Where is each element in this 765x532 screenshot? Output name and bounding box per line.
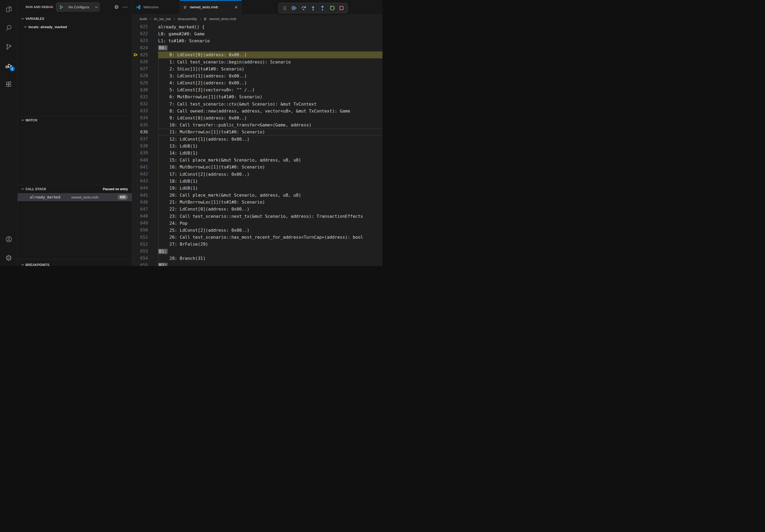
line-number-gutter[interactable]: 634 [132,115,158,121]
code-line-content[interactable]: 16: MutBorrowLoc[1](ts#1#0: Scenario) [158,164,382,171]
line-number-gutter[interactable]: 629 [132,80,158,87]
code-line-content[interactable]: 28: Branch(31) [158,255,382,262]
line-number-gutter[interactable]: 624 [132,45,158,51]
code-editor[interactable]: 621already_marked() {622L0: game#2#0: Ga… [132,23,382,266]
code-line-content[interactable]: 8: Call owned::new(address, address, vec… [158,108,382,115]
restart-button[interactable] [329,5,336,12]
line-number-gutter[interactable]: 638 [132,142,158,149]
line-number-gutter[interactable]: 639 [132,149,158,156]
call-stack-section-header[interactable]: CALL STACK Paused on entry [18,185,132,193]
line-number-gutter[interactable]: 649 [132,220,158,227]
code-line-content[interactable]: 2: StLoc[1](ts#1#0: Scenario) [158,65,382,72]
line-number-gutter[interactable]: 628 [132,72,158,79]
step-into-button[interactable] [310,5,317,12]
code-line-content[interactable]: 18: LdU8(1) [158,177,382,184]
line-number-gutter[interactable]: 622 [132,30,158,37]
code-line-content[interactable]: 1: Call test_scenario::begin(address): S… [158,58,382,65]
code-line-content[interactable]: 21: MutBorrowLoc[1](ts#1#0: Scenario) [158,199,382,206]
line-number-gutter[interactable]: 646 [132,199,158,206]
line-number-gutter[interactable]: 644 [132,184,158,191]
code-line-content[interactable]: 10: Call transfer::public_transfer<Game>… [158,122,382,129]
activity-item-extensions[interactable] [2,78,15,91]
line-number-gutter[interactable]: 623 [132,37,158,44]
code-line-content[interactable]: 13: LdU8(1) [158,142,382,149]
line-number-gutter[interactable]: 633 [132,108,158,115]
code-line-content[interactable]: 9: LdConst[0](address: 0x00..) [158,115,382,121]
code-line-content[interactable]: already_marked() { [158,23,382,30]
tab-owned-tests-mvb[interactable]: owned_tests.mvb [180,0,242,14]
line-number-gutter[interactable]: 637 [132,135,158,142]
line-number-gutter[interactable]: 640 [132,157,158,164]
debug-config-dropdown[interactable]: No Configura [56,2,100,12]
tab-welcome[interactable]: Welcome [132,0,180,14]
breadcrumb-item[interactable]: build [139,17,148,21]
activity-item-search[interactable] [2,21,15,34]
line-number-gutter[interactable]: 647 [132,206,158,213]
line-number-gutter[interactable]: 635 [132,122,158,129]
gear-icon[interactable]: ⚙ [114,5,119,10]
breadcrumb-item[interactable]: disassembly [177,17,198,21]
line-number-gutter[interactable]: 651 [132,234,158,241]
activity-item-source-control[interactable] [2,40,15,53]
code-line-content[interactable]: 22: LdConst[0](address: 0x00..) [158,206,382,213]
line-number-gutter[interactable]: 621 [132,23,158,30]
activity-item-run-and-debug[interactable]: 1 [2,59,15,72]
line-number-gutter[interactable]: 653 [132,248,158,255]
line-number-gutter[interactable]: 654 [132,255,158,262]
watch-section-header[interactable]: WATCH [18,117,132,124]
code-line-content[interactable]: 17: LdConst[2](address: 0x00..) [158,171,382,177]
code-line-content[interactable]: B2: [158,262,382,266]
code-line-content[interactable]: B1: [158,248,382,255]
line-number-gutter[interactable]: 642 [132,171,158,177]
code-line-content[interactable]: 12: LdConst[1](address: 0x00..) [158,135,382,142]
line-number-gutter[interactable]: 652 [132,241,158,248]
variables-section-header[interactable]: VARIABLES [18,15,132,22]
code-line-content[interactable]: 19: LdU8(1) [158,184,382,191]
line-number-gutter[interactable]: 626 [132,58,158,65]
code-line-content[interactable]: L1: ts#1#0: Scenario [158,37,382,44]
code-line-content[interactable]: 4: LdConst[2](address: 0x00..) [158,80,382,87]
step-out-button[interactable] [319,5,326,12]
code-line-content[interactable]: 24: Pop [158,220,382,227]
code-line-content[interactable]: 7: Call test_scenario::ctx(&mut Scenario… [158,101,382,108]
line-number-gutter[interactable]: 632 [132,101,158,108]
code-line-content[interactable]: 15: Call place_mark(&mut Scenario, addre… [158,157,382,164]
line-number-gutter[interactable]: 648 [132,213,158,220]
code-line-content[interactable]: 3: LdConst[1](address: 0x00..) [158,72,382,79]
code-line-content[interactable]: 6: MutBorrowLoc[1](ts#1#0: Scenario) [158,94,382,101]
code-line-content[interactable]: 5: LdConst[3](vector<u8>: "" /..) [158,87,382,94]
variables-scope-locals[interactable]: locals: already_marked [18,23,132,30]
drag-handle-button[interactable] [281,5,288,12]
line-number-gutter[interactable]: 627 [132,65,158,72]
line-number-gutter[interactable]: 641 [132,164,158,171]
line-number-gutter[interactable]: 645 [132,192,158,199]
code-line-content[interactable]: 26: Call test_scenario::has_most_recent_… [158,234,382,241]
activity-item-manage[interactable]: ⚙ [2,252,15,264]
continue-button[interactable] [291,5,298,12]
call-stack-frame[interactable]: already_markedowned_tests.mvb625 [18,193,132,201]
line-number-gutter[interactable]: 655 [132,262,158,266]
line-number-gutter[interactable]: 643 [132,177,158,184]
code-line-content[interactable]: L0: game#2#0: Game [158,30,382,37]
activity-item-accounts[interactable] [2,233,15,246]
line-number-gutter[interactable]: 650 [132,227,158,234]
code-line-content[interactable]: B0: [158,45,382,51]
activity-item-explorer[interactable] [2,3,15,16]
line-number-gutter[interactable]: 631 [132,94,158,101]
more-actions-icon[interactable]: ⋯ [123,4,128,10]
code-line-content[interactable]: 23: Call test_scenario::next_tx(&mut Sce… [158,213,382,220]
step-over-button[interactable] [300,5,307,12]
code-line-content[interactable]: 0: LdConst[0](address: 0x00..) [158,51,382,58]
code-line-content[interactable]: 14: LdU8(1) [158,149,382,156]
breadcrumb-file[interactable]: owned_tests.mvb [203,17,236,21]
line-number-gutter[interactable]: 625 [132,51,158,58]
stop-button[interactable] [338,5,345,12]
breadcrumb-item[interactable]: tic_tac_toe [153,17,172,21]
code-line-content[interactable]: 27: BrFalse(29) [158,241,382,248]
breakpoints-section-header[interactable]: BREAKPOINTS [18,261,132,266]
code-line-content[interactable]: 11: MutBorrowLoc[1](ts#1#0: Scenario) [158,129,382,135]
code-line-content[interactable]: 25: LdConst[2](address: 0x00..) [158,227,382,234]
start-debug-icon[interactable] [56,3,67,11]
line-number-gutter[interactable]: 630 [132,87,158,94]
code-line-content[interactable]: 20: Call place_mark(&mut Scenario, addre… [158,192,382,199]
